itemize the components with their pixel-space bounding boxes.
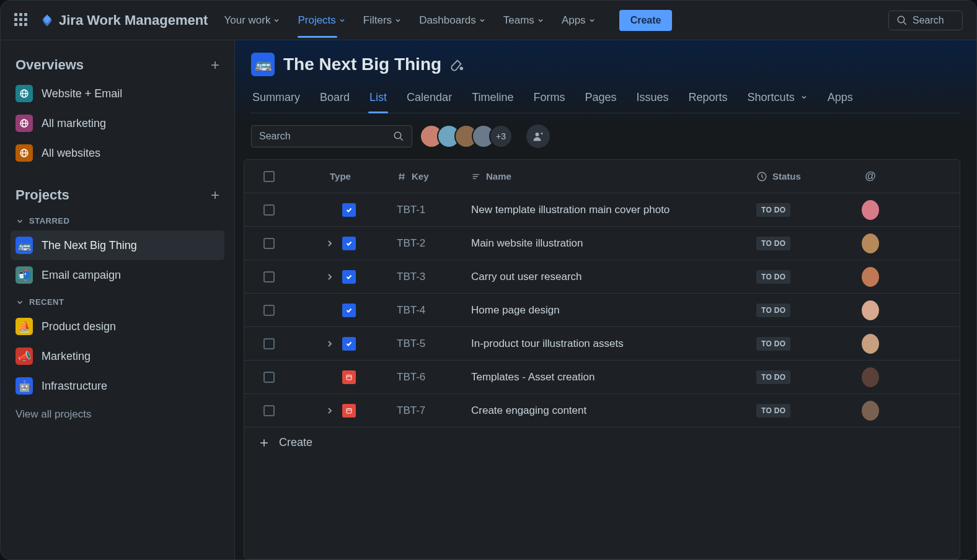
- expand-icon[interactable]: [325, 272, 335, 282]
- page-title[interactable]: The Next Big Thing: [283, 55, 441, 74]
- assignee-avatar[interactable]: [862, 234, 879, 253]
- row-checkbox[interactable]: [263, 238, 275, 249]
- global-search-placeholder: Search: [913, 15, 944, 26]
- issue-name[interactable]: Templates - Asset creation: [471, 371, 595, 383]
- nav-item-filters[interactable]: Filters: [363, 3, 402, 38]
- issue-key[interactable]: TBT-2: [397, 237, 425, 250]
- expand-icon[interactable]: [325, 238, 335, 248]
- row-checkbox[interactable]: [263, 372, 275, 383]
- overview-item[interactable]: All websites: [11, 138, 224, 168]
- row-checkbox[interactable]: [263, 338, 275, 349]
- assignee-avatar[interactable]: [862, 300, 879, 320]
- table-row[interactable]: TBT-6Templates - Asset creationTO DO: [244, 361, 960, 394]
- project-tabs: SummaryBoardListCalendarTimelineFormsPag…: [251, 85, 960, 113]
- issue-name[interactable]: Main website illustration: [471, 237, 583, 250]
- tab-forms[interactable]: Forms: [532, 85, 566, 113]
- issue-key[interactable]: TBT-4: [397, 304, 425, 317]
- issue-key[interactable]: TBT-3: [397, 271, 425, 283]
- add-member-button[interactable]: [526, 125, 550, 148]
- list-search[interactable]: Search: [251, 125, 412, 147]
- tab-pages[interactable]: Pages: [583, 85, 617, 113]
- issue-name[interactable]: In-product tour illustration assets: [471, 338, 624, 350]
- issue-key[interactable]: TBT-7: [397, 405, 425, 417]
- column-name[interactable]: Name: [461, 171, 746, 182]
- table-row[interactable]: TBT-5In-product tour illustration assets…: [244, 327, 960, 361]
- nav-item-your-work[interactable]: Your work: [224, 3, 280, 38]
- status-badge[interactable]: TO DO: [756, 304, 790, 317]
- status-badge[interactable]: TO DO: [756, 337, 790, 351]
- global-search[interactable]: Search: [888, 11, 963, 30]
- theme-paint-icon[interactable]: [450, 58, 464, 71]
- column-type[interactable]: Type: [294, 171, 387, 182]
- assignee-avatar[interactable]: [862, 367, 879, 387]
- column-assignee[interactable]: @: [852, 170, 889, 183]
- nav-item-apps[interactable]: Apps: [562, 3, 596, 38]
- issue-key[interactable]: TBT-1: [397, 204, 425, 216]
- expand-icon[interactable]: [325, 406, 335, 416]
- assignee-avatar[interactable]: [862, 334, 879, 354]
- table-row[interactable]: TBT-3Carry out user researchTO DO: [244, 260, 960, 294]
- chevron-down-icon: [800, 94, 808, 101]
- starred-heading[interactable]: STARRED: [11, 209, 224, 230]
- project-item[interactable]: 🚌The Next Big Thing: [11, 230, 224, 260]
- tab-issues[interactable]: Issues: [635, 85, 670, 113]
- tab-timeline[interactable]: Timeline: [471, 85, 515, 113]
- table-row[interactable]: TBT-1New template illustration main cove…: [244, 193, 960, 227]
- project-item[interactable]: 🤖Infrastructure: [11, 371, 224, 401]
- add-overview-button[interactable]: +: [211, 56, 219, 74]
- expand-icon[interactable]: [325, 339, 335, 349]
- issue-key[interactable]: TBT-6: [397, 371, 425, 383]
- status-badge[interactable]: TO DO: [756, 370, 790, 384]
- nav-item-teams[interactable]: Teams: [503, 3, 544, 38]
- tab-list[interactable]: List: [368, 85, 388, 113]
- issue-name[interactable]: Create engaging content: [471, 405, 586, 417]
- project-item[interactable]: 📬Email campaign: [11, 260, 224, 290]
- assignee-avatar[interactable]: [862, 401, 879, 421]
- member-avatars[interactable]: +3: [420, 125, 513, 148]
- project-item[interactable]: 📣Marketing: [11, 341, 224, 371]
- issue-key[interactable]: TBT-5: [397, 338, 425, 350]
- tab-calendar[interactable]: Calendar: [405, 85, 453, 113]
- nav-item-projects[interactable]: Projects: [298, 3, 345, 38]
- column-status[interactable]: Status: [746, 171, 852, 182]
- table-row[interactable]: TBT-4Home page designTO DO: [244, 294, 960, 327]
- row-checkbox[interactable]: [263, 305, 275, 316]
- row-checkbox[interactable]: [263, 405, 275, 416]
- overview-item[interactable]: Website + Email: [11, 79, 224, 108]
- create-issue-row[interactable]: Create: [244, 427, 960, 458]
- assignee-avatar[interactable]: [862, 267, 879, 287]
- status-badge[interactable]: TO DO: [756, 203, 790, 217]
- row-checkbox[interactable]: [263, 271, 275, 282]
- tab-reports[interactable]: Reports: [687, 85, 729, 113]
- globe-icon: [15, 85, 33, 102]
- tab-board[interactable]: Board: [319, 85, 351, 113]
- status-badge[interactable]: TO DO: [756, 404, 790, 418]
- tab-summary[interactable]: Summary: [251, 85, 301, 113]
- primary-nav: Your workProjectsFiltersDashboardsTeamsA…: [224, 3, 595, 38]
- project-item[interactable]: ⛵Product design: [11, 312, 224, 341]
- issue-name[interactable]: New template illustration main cover pho…: [471, 204, 670, 216]
- assignee-avatar[interactable]: [862, 200, 879, 220]
- avatar-overflow[interactable]: +3: [489, 125, 513, 148]
- table-row[interactable]: TBT-2Main website illustrationTO DO: [244, 227, 960, 260]
- svg-line-13: [400, 138, 403, 141]
- table-row[interactable]: TBT-7Create engaging contentTO DO: [244, 394, 960, 427]
- app-switcher-icon[interactable]: [14, 13, 29, 28]
- select-all-checkbox[interactable]: [263, 171, 275, 182]
- issue-name[interactable]: Carry out user research: [471, 271, 582, 283]
- recent-heading[interactable]: RECENT: [11, 290, 224, 312]
- row-checkbox[interactable]: [263, 204, 275, 216]
- nav-item-dashboards[interactable]: Dashboards: [419, 3, 486, 38]
- tab-shortcuts[interactable]: Shortcuts: [746, 85, 809, 113]
- tab-apps[interactable]: Apps: [826, 85, 854, 113]
- add-project-button[interactable]: +: [211, 186, 219, 204]
- column-key[interactable]: Key: [387, 171, 461, 182]
- status-badge[interactable]: TO DO: [756, 237, 790, 250]
- status-badge[interactable]: TO DO: [756, 270, 790, 284]
- view-all-projects-link[interactable]: View all projects: [11, 401, 224, 428]
- issue-name[interactable]: Home page design: [471, 304, 560, 317]
- product-logo[interactable]: Jira Work Management: [40, 12, 208, 28]
- svg-line-17: [400, 173, 400, 180]
- create-button[interactable]: Create: [619, 10, 673, 31]
- overview-item[interactable]: All marketing: [11, 108, 224, 138]
